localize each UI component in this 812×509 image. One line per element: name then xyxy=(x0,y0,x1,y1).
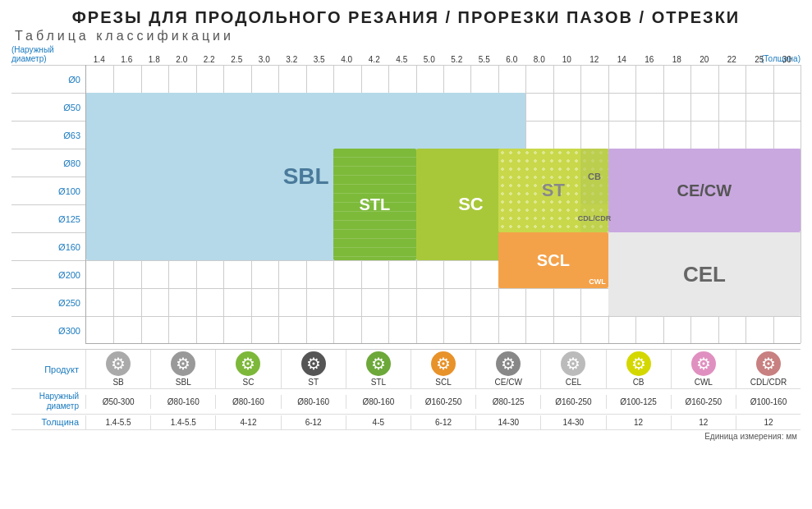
axis-header: (Наружный диаметр) (Толщина) 1.41.61.82.… xyxy=(11,48,801,65)
x-label-25: 30 xyxy=(782,55,791,64)
gear-icon-2: ⚙ xyxy=(236,351,260,376)
thickness-cell-6: 14-30 xyxy=(475,415,540,429)
x-label-19: 14 xyxy=(617,55,626,64)
y-label-1: Ø50 xyxy=(11,93,85,121)
product-row: Продукт ⚙SB⚙SBL⚙SC⚙ST⚙STL⚙SCL⚙CE/CW⚙CEL⚙… xyxy=(11,350,801,389)
product-cell-1: ⚙SBL xyxy=(150,350,215,388)
gear-icon-7: ⚙ xyxy=(561,351,585,376)
thickness-label: (Толщина) xyxy=(761,54,801,63)
diameter-cell-9: Ø160-250 xyxy=(671,395,736,409)
thickness-cell-2: 4-12 xyxy=(215,415,280,429)
gear-icon-6: ⚙ xyxy=(496,351,521,376)
x-label-13: 5.2 xyxy=(451,55,462,64)
diameter-cell-0: Ø50-300 xyxy=(85,395,150,409)
y-label-2: Ø63 xyxy=(11,121,85,149)
block-sublabel-6: CWL xyxy=(589,277,606,286)
diameter-cell-1: Ø80-160 xyxy=(150,395,215,409)
hline-9 xyxy=(86,316,801,317)
sub-title: Таблица классификации xyxy=(15,29,801,44)
thickness-cell-10: 12 xyxy=(736,415,801,429)
product-cell-10: ⚙CDL/CDR xyxy=(736,350,801,388)
diameter-cell-6: Ø80-125 xyxy=(475,395,540,409)
diameter-row: Наружный диаметр Ø50-300Ø80-160Ø80-160Ø8… xyxy=(11,389,801,415)
product-name-9: CWL xyxy=(695,378,713,387)
x-label-18: 12 xyxy=(590,55,599,64)
product-name-10: CDL/CDR xyxy=(750,378,787,387)
block-cel: CEL xyxy=(608,232,801,316)
product-name-1: SBL xyxy=(176,378,191,387)
block-cecw: CE/CW xyxy=(608,149,801,232)
x-label-2: 1.8 xyxy=(149,55,160,64)
product-cells: ⚙SB⚙SBL⚙SC⚙ST⚙STL⚙SCL⚙CE/CW⚙CEL⚙CB⚙CWL⚙C… xyxy=(85,350,801,388)
thickness-cells: 1.4-5.51.4-5.54-126-124-56-1214-3014-301… xyxy=(85,415,801,429)
product-name-3: ST xyxy=(308,378,319,387)
thickness-cell-4: 4-5 xyxy=(346,415,411,429)
x-label-17: 10 xyxy=(562,55,571,64)
y-label-0: Ø0 xyxy=(11,65,85,93)
vline-25 xyxy=(801,65,801,343)
y-labels: Ø0Ø50Ø63Ø80Ø100Ø125Ø160Ø200Ø250Ø300 xyxy=(11,65,85,344)
block-cb: CB xyxy=(580,149,608,204)
block-label-4: CB xyxy=(588,172,601,181)
gear-icon-5: ⚙ xyxy=(431,351,456,376)
product-cell-5: ⚙SCL xyxy=(411,350,475,388)
thickness-cell-1: 1.4-5.5 xyxy=(150,415,215,429)
y-label-6: Ø160 xyxy=(11,232,85,260)
x-label-10: 4.2 xyxy=(369,55,380,64)
thickness-cell-7: 14-30 xyxy=(540,415,605,429)
x-label-6: 3.0 xyxy=(259,55,270,64)
x-label-3: 2.0 xyxy=(176,55,187,64)
y-label-4: Ø100 xyxy=(11,177,85,204)
product-name-4: STL xyxy=(371,378,386,387)
x-label-20: 16 xyxy=(645,55,654,64)
x-label-11: 4.5 xyxy=(396,55,407,64)
x-label-24: 25 xyxy=(755,55,764,64)
x-label-16: 8.0 xyxy=(534,55,545,64)
thickness-row: Толщина 1.4-5.51.4-5.54-126-124-56-1214-… xyxy=(11,415,801,430)
product-name-0: SB xyxy=(112,378,123,387)
diameter-cell-5: Ø160-250 xyxy=(411,395,475,409)
x-label-9: 4.0 xyxy=(341,55,352,64)
block-label-6: SCL xyxy=(537,251,570,270)
product-cell-6: ⚙CE/CW xyxy=(475,350,540,388)
x-label-22: 20 xyxy=(700,55,709,64)
gear-icon-9: ⚙ xyxy=(691,351,716,376)
y-label-5: Ø125 xyxy=(11,204,85,232)
diameter-cell-3: Ø80-160 xyxy=(281,395,346,409)
product-cell-8: ⚙CB xyxy=(606,350,671,388)
y-label-7: Ø200 xyxy=(11,260,85,288)
x-label-15: 6.0 xyxy=(506,55,517,64)
x-label-21: 18 xyxy=(672,55,681,64)
diameter-cell-8: Ø100-125 xyxy=(606,395,671,409)
diameter-cell-2: Ø80-160 xyxy=(215,395,280,409)
block-label-8: CEL xyxy=(683,262,726,287)
thickness-cell-9: 12 xyxy=(671,415,736,429)
grid-wrapper: Ø0Ø50Ø63Ø80Ø100Ø125Ø160Ø200Ø250Ø300 SD S… xyxy=(11,65,801,344)
x-label-0: 1.4 xyxy=(94,55,105,64)
bottom-table: Продукт ⚙SB⚙SBL⚙SC⚙ST⚙STL⚙SCL⚙CE/CW⚙CEL⚙… xyxy=(11,349,801,441)
product-name-2: SC xyxy=(243,378,255,387)
thickness-cell-0: 1.4-5.5 xyxy=(85,415,150,429)
block-label-5: CDL/CDR xyxy=(578,214,612,222)
x-label-14: 5.5 xyxy=(479,55,490,64)
gear-icon-4: ⚙ xyxy=(366,351,391,376)
product-cell-9: ⚙CWL xyxy=(671,350,736,388)
product-name-8: CB xyxy=(633,378,645,387)
gear-icon-10: ⚙ xyxy=(756,351,781,376)
gear-icon-0: ⚙ xyxy=(106,351,131,376)
thickness-label-row: Толщина xyxy=(11,415,85,429)
block-scl: SCLCWL xyxy=(498,232,608,288)
diameter-cells: Ø50-300Ø80-160Ø80-160Ø80-160Ø80-160Ø160-… xyxy=(85,395,801,409)
diameter-cell-7: Ø160-250 xyxy=(540,395,605,409)
diameter-cell-4: Ø80-160 xyxy=(346,395,411,409)
x-label-7: 3.2 xyxy=(286,55,297,64)
product-cell-2: ⚙SC xyxy=(215,350,280,388)
block-cdlcdr: CDL/CDR xyxy=(580,204,608,232)
block-label-7: CE/CW xyxy=(677,181,732,200)
block-label-3: ST xyxy=(542,180,565,201)
thickness-cell-5: 6-12 xyxy=(411,415,475,429)
chart-area: (Наружный диаметр) (Толщина) 1.41.61.82.… xyxy=(11,48,801,441)
y-label-9: Ø300 xyxy=(11,316,85,344)
y-label-8: Ø250 xyxy=(11,288,85,316)
unit-label: Единица измерения: мм xyxy=(11,430,801,441)
